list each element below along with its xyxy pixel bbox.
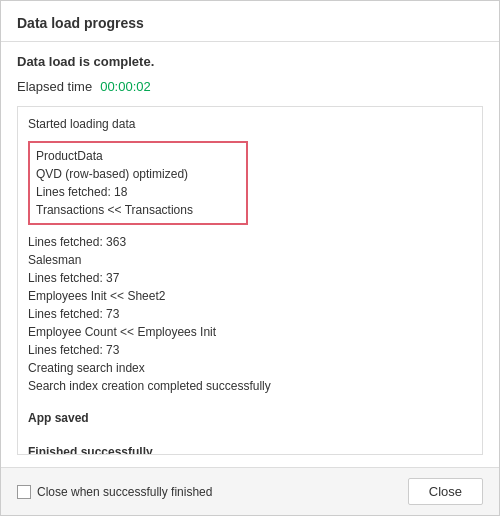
log-line-9: Search index creation completed successf… <box>28 377 472 395</box>
log-lines: Lines fetched: 363 Salesman Lines fetche… <box>28 233 472 395</box>
elapsed-row: Elapsed time 00:00:02 <box>17 79 483 94</box>
dialog-header: Data load progress <box>1 1 499 42</box>
log-highlighted-line-4: Transactions << Transactions <box>36 201 240 219</box>
log-highlighted-block: ProductData QVD (row-based) optimized) L… <box>28 141 248 225</box>
log-started: Started loading data <box>28 115 472 133</box>
log-line-1: Lines fetched: 363 <box>28 233 472 251</box>
log-line-2: Salesman <box>28 251 472 269</box>
log-line-8: Creating search index <box>28 359 472 377</box>
footer-left: Close when successfully finished <box>17 485 212 499</box>
finished-label: Finished successfully <box>28 443 472 455</box>
log-spacer <box>28 395 472 405</box>
dialog-title: Data load progress <box>17 15 144 31</box>
dialog: Data load progress Data load is complete… <box>0 0 500 516</box>
dialog-footer: Close when successfully finished Close <box>1 467 499 515</box>
log-line-5: Lines fetched: 73 <box>28 305 472 323</box>
log-container[interactable]: Started loading data ProductData QVD (ro… <box>17 106 483 455</box>
log-line-6: Employee Count << Employees Init <box>28 323 472 341</box>
log-line-7: Lines fetched: 73 <box>28 341 472 359</box>
close-checkbox[interactable] <box>17 485 31 499</box>
log-spacer-2 <box>28 429 472 439</box>
dialog-body: Data load is complete. Elapsed time 00:0… <box>1 42 499 467</box>
close-button[interactable]: Close <box>408 478 483 505</box>
log-line-3: Lines fetched: 37 <box>28 269 472 287</box>
elapsed-label: Elapsed time <box>17 79 92 94</box>
close-checkbox-label[interactable]: Close when successfully finished <box>37 485 212 499</box>
log-line-4: Employees Init << Sheet2 <box>28 287 472 305</box>
elapsed-value: 00:00:02 <box>100 79 151 94</box>
log-highlighted-line-3: Lines fetched: 18 <box>36 183 240 201</box>
status-label: Data load is complete. <box>17 54 483 69</box>
log-highlighted-line-1: ProductData <box>36 147 240 165</box>
log-highlighted-line-2: QVD (row-based) optimized) <box>36 165 240 183</box>
app-saved-label: App saved <box>28 409 472 427</box>
